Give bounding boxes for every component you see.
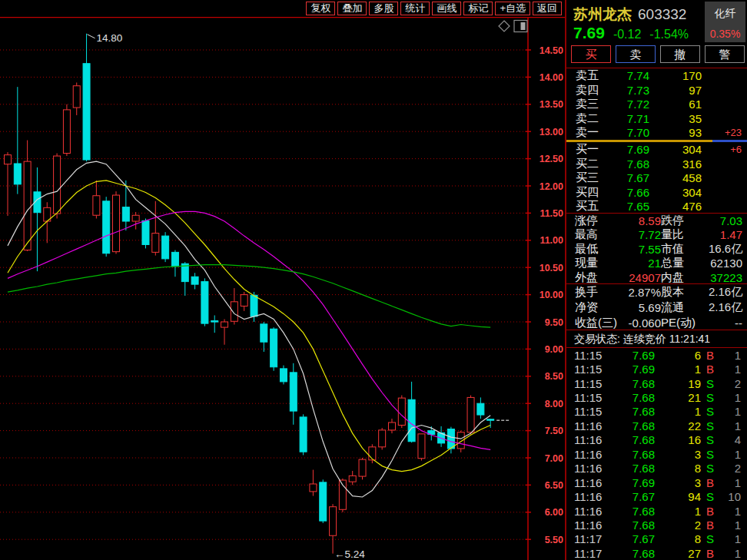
bid-row[interactable]: 买三7.67458 (566, 171, 747, 185)
ask-row[interactable]: 卖三7.7261 (566, 97, 747, 111)
toolbar-button-adjust[interactable]: 复权 (306, 2, 335, 15)
stat-row: 外盘24907内盘37223 (566, 270, 747, 284)
annotation-low: ←5.24 (334, 548, 365, 560)
tick-side: S (701, 490, 719, 503)
ma-mid-yellow (8, 181, 490, 472)
toolbar-button-back[interactable]: 返回 (533, 2, 562, 15)
stat-row: 现量21总量62130 (566, 256, 747, 270)
y-axis-label: 12.00 (540, 181, 563, 192)
tick-volume: 27 (655, 547, 701, 560)
tick-side: B (701, 476, 719, 489)
tick-volume: 21 (655, 391, 701, 404)
tick-side: B (701, 547, 719, 560)
tick-row: 11:167.688S2 (566, 462, 747, 476)
order-book: 卖五7.74170卖四7.7397卖三7.7261卖二7.7135卖一7.709… (566, 68, 747, 213)
tick-row: 11:167.682B1 (566, 518, 747, 532)
price-change-pct: -1.54% (649, 28, 689, 41)
stat-value: 7.03 (709, 214, 742, 227)
tick-row: 11:157.681S1 (566, 405, 747, 419)
kline-chart-area[interactable]: 14.5014.0013.5013.0012.5012.0011.5011.00… (0, 0, 565, 560)
bid-delta: +6 (702, 144, 742, 155)
ask-delta: +23 (702, 127, 742, 138)
tick-price: 7.68 (614, 462, 655, 475)
y-axis-label: 14.50 (540, 45, 563, 56)
sector-badge[interactable]: 化纤 0.35% (705, 2, 745, 42)
tick-list[interactable]: 11:157.696B111:157.691B111:157.6819S211:… (566, 347, 747, 560)
stat-row: 最低7.55市值16.6亿 (566, 242, 747, 256)
tick-time: 11:16 (574, 476, 614, 489)
toolbar-button-draw-line[interactable]: 画线 (432, 2, 461, 15)
toolbar-button-overlay[interactable]: 叠加 (337, 2, 367, 15)
tick-volume: 3 (655, 448, 701, 461)
tick-row: 11:177.678S1 (566, 532, 747, 546)
tick-side: B (701, 349, 719, 362)
y-axis-label: 8.50 (545, 371, 563, 382)
tick-side: S (701, 433, 719, 446)
grid (0, 50, 525, 539)
bid-price: 7.66 (614, 186, 649, 199)
ask-row[interactable]: 卖五7.74170 (566, 68, 747, 83)
y-axis-label: 6.00 (545, 507, 563, 518)
toolbar-button-statistics[interactable]: 统计 (400, 2, 430, 15)
toolbar-button-add-watchlist[interactable]: +自选 (495, 2, 530, 15)
y-axis-label: 7.50 (545, 426, 563, 436)
tick-side: S (701, 419, 719, 432)
bid-volume: 304 (649, 186, 702, 199)
tick-side: B (701, 505, 719, 518)
tick-price: 7.69 (614, 476, 655, 489)
alert-button[interactable]: 警 (705, 45, 745, 63)
tick-side: S (701, 391, 719, 404)
stat-label: PE(动) (661, 316, 709, 330)
kline-chart[interactable]: 14.5014.0013.5013.0012.5012.0011.5011.00… (0, 0, 565, 560)
tick-price: 7.67 (614, 490, 655, 503)
stat-value: 8.59 (622, 214, 661, 227)
sector-change-pct: 0.35% (705, 21, 745, 40)
stats-block-2: 换手2.87%股本2.16亿净资5.69流通2.16亿收益(三)-0.060PE… (566, 283, 747, 330)
cancel-button[interactable]: 撤 (660, 45, 700, 63)
y-axis-label: 8.00 (545, 399, 563, 409)
tick-time: 11:16 (574, 448, 614, 461)
toolbar-button-mark[interactable]: 标记 (463, 2, 493, 15)
ask-row[interactable]: 卖二7.7135 (566, 111, 747, 126)
y-axis-label: 9.00 (545, 344, 563, 355)
stat-value: 2.87% (622, 286, 661, 299)
tick-side: B (701, 519, 719, 532)
layout-icon[interactable] (514, 21, 527, 32)
bid-row[interactable]: 买二7.68316 (566, 157, 747, 171)
bid-row[interactable]: 买五7.65476 (566, 199, 747, 214)
tick-time: 11:15 (574, 391, 614, 404)
stat-value: 1.47 (709, 228, 742, 241)
sell-button[interactable]: 卖 (616, 45, 656, 63)
ask-label: 卖二 (576, 111, 614, 126)
buy-button[interactable]: 买 (571, 45, 611, 63)
tick-side: S (701, 532, 719, 545)
y-axis-label: 10.00 (540, 290, 563, 300)
diamond-icon[interactable] (499, 21, 510, 31)
ask-row[interactable]: 卖四7.7397 (566, 83, 747, 98)
stat-label: 内盘 (661, 270, 709, 285)
ask-row[interactable]: 卖一7.7093+23 (566, 125, 747, 140)
tick-volume: 1 (655, 363, 701, 376)
y-axis-label: 13.50 (540, 99, 563, 110)
ask-price: 7.72 (614, 98, 649, 111)
ask-price: 7.73 (614, 84, 649, 97)
bid-row[interactable]: 买一7.69304+6 (566, 142, 747, 157)
tick-volume: 8 (655, 532, 701, 545)
bid-row[interactable]: 买四7.66304 (566, 185, 747, 200)
tick-count: 2 (719, 462, 741, 475)
tick-count: 1 (719, 363, 741, 376)
tick-row: 11:157.696B1 (566, 348, 747, 362)
ask-volume: 97 (649, 84, 702, 97)
y-axis-label: 7.00 (545, 453, 563, 464)
chart-corner-icons (499, 21, 527, 32)
stat-label: 换手 (575, 285, 622, 300)
tick-count: 4 (719, 433, 741, 446)
tick-price: 7.68 (614, 505, 655, 518)
toolbar-button-multi-stock[interactable]: 多股 (369, 2, 398, 15)
ask-volume: 170 (649, 69, 702, 82)
tick-volume: 94 (655, 490, 701, 503)
stat-label: 量比 (661, 227, 709, 242)
tick-price: 7.68 (614, 519, 655, 532)
tick-row: 11:167.681B1 (566, 504, 747, 518)
stat-label: 外盘 (575, 270, 622, 285)
